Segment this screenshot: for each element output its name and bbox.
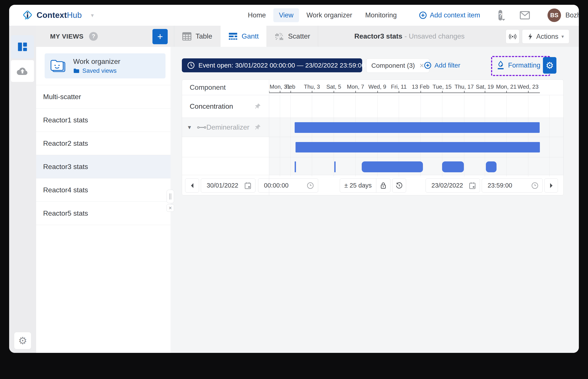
pushpin-icon[interactable]: [254, 103, 261, 110]
mail-icon[interactable]: [520, 11, 530, 20]
gantt-bar[interactable]: [295, 161, 296, 172]
clock-icon: [187, 62, 195, 69]
actions-button[interactable]: Actions ▾: [522, 29, 569, 44]
gantt-row-sub-1[interactable]: [182, 137, 563, 157]
help-icon[interactable]: ?: [498, 10, 502, 20]
gantt-view-content: Event open: 30/01/2022 00:00:00 — 23/02/…: [170, 47, 579, 353]
sidebar-item-reactor2-stats[interactable]: Reactor2 stats: [36, 132, 170, 155]
gantt-row-demineralizer[interactable]: ▼ Demineralizer: [182, 118, 563, 137]
axis-label: Feb: [285, 83, 295, 90]
gantt-bar[interactable]: [295, 122, 540, 133]
range-span-control[interactable]: ± 25 days: [340, 178, 390, 192]
add-context-item-button[interactable]: Add context item: [419, 11, 480, 19]
lightning-bolt-icon: [527, 33, 533, 40]
main-area: Table Gantt Scatter: [170, 26, 579, 353]
triangle-left-icon: [191, 183, 193, 188]
live-broadcast-button[interactable]: [506, 29, 519, 44]
clock-icon: [531, 182, 539, 189]
nav-item-monitoring[interactable]: Monitoring: [359, 8, 402, 22]
sidebar-item-reactor4-stats[interactable]: Reactor4 stats: [36, 178, 170, 202]
start-time-input[interactable]: 00:00:00: [258, 178, 318, 192]
sidebar-close-icon[interactable]: ✕: [167, 204, 174, 212]
sidebar-item-reactor5-stats[interactable]: Reactor5 stats: [36, 202, 170, 225]
table-grid-icon: [182, 32, 192, 41]
calendar-icon: [469, 182, 476, 189]
range-prev-button[interactable]: [185, 178, 199, 192]
settings-gear-icon[interactable]: ⚙: [14, 332, 31, 349]
pushpin-icon[interactable]: [254, 124, 261, 131]
left-rail: ⚙: [9, 26, 36, 353]
formatting-button[interactable]: Formatting: [496, 58, 540, 72]
plus-circle-icon: [419, 11, 427, 19]
saved-views-link[interactable]: Saved views: [73, 67, 120, 74]
gantt-header: Component Mon, 31FebThu, 3Sat, 5Mon, 7We…: [182, 80, 563, 95]
axis-label: Wed, 9: [369, 83, 386, 90]
rail-upload-button[interactable]: [11, 60, 34, 82]
logo[interactable]: ContextHub ▾: [9, 10, 92, 21]
actions-chevron-down-icon: ▾: [561, 34, 564, 39]
my-views-title: MY VIEWS: [50, 33, 83, 40]
view-tabbar: Table Gantt Scatter: [170, 26, 579, 47]
gantt-bar[interactable]: [442, 161, 464, 172]
start-date-input[interactable]: 30/01/2022: [201, 178, 255, 192]
plus-circle-icon: [424, 62, 432, 69]
sidebar-item-reactor3-stats[interactable]: Reactor3 stats: [36, 155, 170, 178]
rail-views-button[interactable]: [11, 35, 34, 58]
gantt-bar[interactable]: [362, 161, 423, 172]
gantt-settings-button[interactable]: ⚙: [543, 57, 557, 74]
gantt-bar[interactable]: [295, 142, 540, 153]
logo-chevron-down-icon[interactable]: ▾: [91, 12, 94, 19]
range-next-button[interactable]: [544, 178, 558, 192]
axis-label: Thu, 3: [304, 83, 320, 90]
smiley-folder-icon: [50, 59, 67, 73]
axis-label: Fri, 11: [391, 83, 407, 90]
sidebar-item-reactor1-stats[interactable]: Reactor1 stats: [36, 109, 170, 132]
sidebar-item-multi-scatter[interactable]: Multi-scatter: [36, 85, 170, 109]
contexthub-logo-icon: [22, 10, 33, 21]
views-list: Multi-scatterReactor1 statsReactor2 stat…: [36, 85, 170, 225]
end-time-input[interactable]: 23:59:00: [482, 178, 543, 192]
tab-scatter[interactable]: Scatter: [267, 26, 318, 47]
gantt-row-concentration[interactable]: Concentration: [182, 95, 563, 118]
gantt-bar[interactable]: [486, 161, 496, 172]
gantt-rows: Concentration ▼ D: [182, 95, 563, 176]
question-circle-icon[interactable]: ?: [89, 32, 98, 41]
axis-label: 13 Feb: [412, 83, 430, 90]
add-view-button[interactable]: +: [153, 29, 168, 44]
logo-text: ContextHub: [37, 11, 82, 20]
component-filter-chip[interactable]: Component (3) ✕: [366, 58, 430, 73]
user-menu[interactable]: BS Bozhidar ▾: [547, 9, 579, 22]
work-organizer-title: Work organizer: [73, 58, 120, 65]
triangle-right-icon: [550, 183, 553, 188]
add-filter-button[interactable]: Add filter: [424, 58, 460, 72]
caret-down-icon[interactable]: ▼: [187, 124, 192, 130]
tab-gantt[interactable]: Gantt: [220, 26, 267, 47]
timeline-axis: Mon, 31FebThu, 3Sat, 5Mon, 7Wed, 9Fri, 1…: [269, 80, 563, 95]
axis-label: Sat, 5: [326, 83, 341, 90]
history-button[interactable]: [392, 178, 406, 192]
axis-label: Wed, 23: [518, 83, 539, 90]
folder-icon: [73, 68, 80, 74]
gantt-panel: Component Mon, 31FebThu, 3Sat, 5Mon, 7We…: [182, 79, 564, 195]
nav-item-view[interactable]: View: [273, 8, 299, 22]
sidebar-resize-handle[interactable]: [167, 190, 174, 203]
event-open-filter-pill[interactable]: Event open: 30/01/2022 00:00:00 — 23/02/…: [182, 58, 362, 72]
axis-label: Mon, 7: [347, 83, 364, 90]
close-x-icon[interactable]: ✕: [419, 62, 424, 69]
tab-table[interactable]: Table: [174, 26, 220, 47]
my-views-header: MY VIEWS ? +: [36, 26, 170, 47]
nav-item-home[interactable]: Home: [242, 8, 272, 22]
padlock-icon[interactable]: [376, 179, 390, 192]
nav-item-work-organizer[interactable]: Work organizer: [301, 8, 358, 22]
link-nodes-icon: [197, 125, 206, 130]
gantt-row-sub-2[interactable]: [182, 157, 563, 176]
clock-icon: [307, 182, 314, 189]
calendar-icon: [244, 182, 251, 189]
component-column-header: Component: [190, 80, 226, 95]
gantt-bar[interactable]: [334, 161, 335, 172]
app-window: ContextHub ▾ HomeViewWork organizerMonit…: [9, 5, 579, 353]
work-organizer-card[interactable]: Work organizer Saved views: [45, 53, 166, 79]
unsaved-changes-label: - Unsaved changes: [405, 32, 465, 40]
view-title: Reactor3 stats: [354, 32, 402, 40]
end-date-input[interactable]: 23/02/2022: [426, 178, 480, 192]
